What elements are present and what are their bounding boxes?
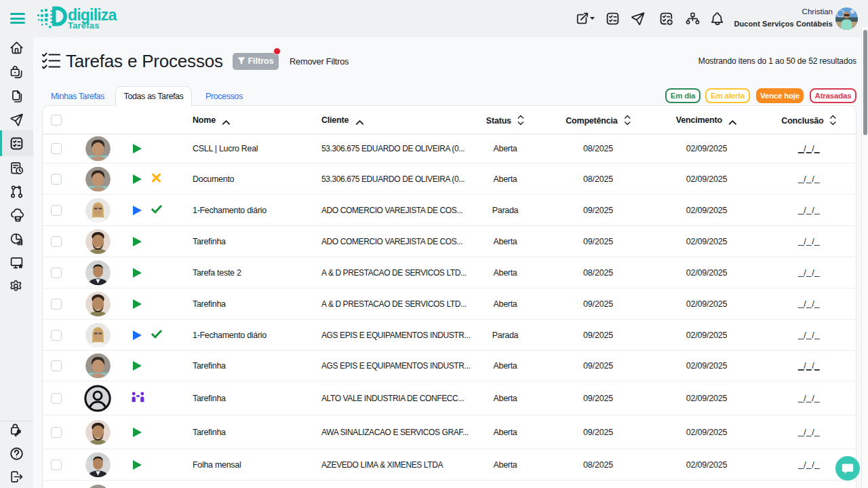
svg-text:Tarefas: Tarefas [68, 20, 100, 31]
